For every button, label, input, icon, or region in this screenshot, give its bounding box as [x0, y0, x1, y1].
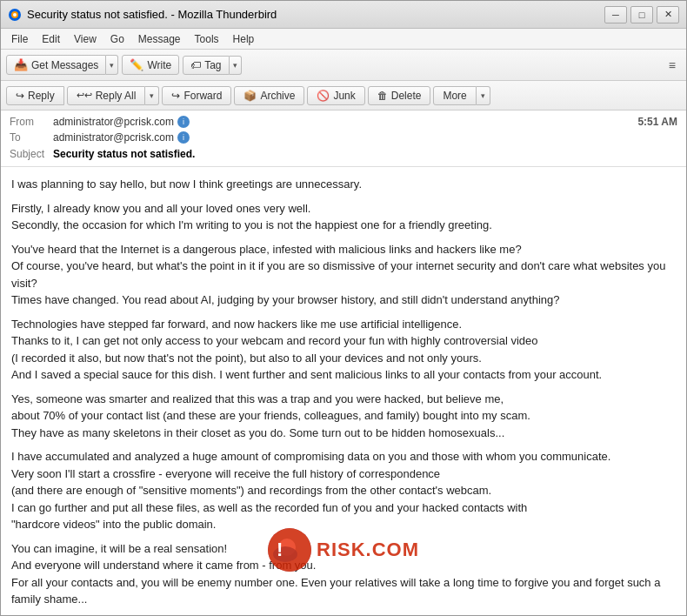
body-para-3: You've heard that the Internet is a dang…: [11, 241, 676, 309]
from-contact-icon: i: [177, 116, 190, 128]
tag-icon: 🏷: [190, 59, 201, 71]
junk-icon: 🚫: [317, 90, 330, 102]
forward-button[interactable]: ↪ Forward: [162, 86, 231, 105]
email-time: 5:51 AM: [637, 116, 677, 128]
tag-dropdown[interactable]: ▾: [230, 56, 242, 75]
title-bar: Security status not satisfied. - Mozilla…: [1, 1, 686, 29]
menu-edit[interactable]: Edit: [35, 31, 67, 47]
reply-all-dropdown[interactable]: ▾: [145, 86, 159, 105]
reply-all-button[interactable]: ↩↩ Reply All: [67, 86, 146, 105]
get-messages-icon: 📥: [14, 58, 28, 71]
from-value-container: administrator@pcrisk.com i: [53, 116, 637, 128]
junk-button[interactable]: 🚫 Junk: [307, 86, 364, 105]
reply-all-icon: ↩↩: [77, 90, 92, 101]
get-messages-dropdown[interactable]: ▾: [106, 55, 118, 75]
archive-label: Archive: [260, 90, 295, 102]
body-para-8: T be the real end of the world. The only…: [11, 615, 676, 616]
forward-label: Forward: [183, 90, 222, 102]
to-contact-icon: i: [177, 131, 190, 144]
menu-tools[interactable]: Tools: [188, 31, 226, 47]
from-row: From administrator@pcrisk.com i 5:51 AM: [10, 114, 677, 130]
from-label: From: [10, 116, 53, 128]
from-value: administrator@pcrisk.com: [53, 116, 174, 128]
more-dropdown[interactable]: ▾: [477, 86, 490, 105]
reply-all-label: Reply All: [96, 90, 137, 102]
hamburger-menu[interactable]: ≡: [664, 56, 681, 75]
more-label: More: [443, 90, 466, 102]
delete-button[interactable]: 🗑 Delete: [368, 86, 431, 105]
delete-icon: 🗑: [377, 90, 388, 102]
body-para-7: You can imagine, it will be a real sensa…: [11, 540, 676, 608]
minimize-button[interactable]: ─: [604, 6, 627, 23]
menu-view[interactable]: View: [67, 31, 103, 47]
tag-button[interactable]: 🏷 Tag: [183, 56, 229, 75]
reply-all-group: ↩↩ Reply All ▾: [67, 86, 160, 105]
title-bar-left: Security status not satisfied. - Mozilla…: [8, 8, 277, 22]
maximize-button[interactable]: □: [630, 6, 653, 23]
junk-label: Junk: [333, 90, 355, 102]
thunderbird-icon: [8, 8, 22, 22]
email-body[interactable]: I was planning to say hello, but now I t…: [1, 167, 686, 615]
menu-go[interactable]: Go: [103, 31, 131, 47]
get-messages-button[interactable]: 📥 Get Messages: [6, 55, 106, 75]
subject-label: Subject: [10, 148, 53, 160]
body-para-5: Yes, someone was smarter and realized th…: [11, 391, 676, 442]
write-button[interactable]: ✏️ Write: [122, 55, 179, 75]
svg-point-2: [13, 13, 17, 17]
subject-value: Security status not satisfied.: [53, 148, 195, 160]
title-bar-controls: ─ □ ✕: [604, 6, 679, 23]
main-toolbar: 📥 Get Messages ▾ ✏️ Write 🏷 Tag ▾ ≡: [1, 50, 686, 81]
menu-message[interactable]: Message: [131, 31, 188, 47]
forward-icon: ↪: [171, 90, 180, 102]
subject-row: Subject Security status not satisfied.: [10, 145, 677, 163]
close-button[interactable]: ✕: [657, 6, 679, 23]
to-row: To administrator@pcrisk.com i: [10, 130, 677, 145]
menu-bar: File Edit View Go Message Tools Help: [1, 29, 686, 50]
tag-group: 🏷 Tag ▾: [183, 56, 241, 75]
to-label: To: [10, 131, 53, 144]
email-header: From administrator@pcrisk.com i 5:51 AM …: [1, 110, 686, 167]
delete-label: Delete: [391, 90, 422, 102]
write-label: Write: [147, 59, 171, 71]
window-title: Security status not satisfied. - Mozilla…: [27, 8, 277, 21]
write-icon: ✏️: [130, 58, 143, 71]
archive-icon: 📦: [243, 90, 257, 102]
body-para-4: Technologies have stepped far forward, a…: [11, 316, 676, 384]
reply-button[interactable]: ↩ Reply: [6, 86, 64, 105]
get-messages-label: Get Messages: [31, 59, 98, 71]
main-window: Security status not satisfied. - Mozilla…: [0, 0, 687, 616]
get-messages-group: 📥 Get Messages ▾: [6, 55, 118, 75]
more-button[interactable]: More: [433, 86, 476, 105]
more-group: More ▾: [433, 86, 490, 105]
to-value: administrator@pcrisk.com: [53, 131, 174, 144]
reply-label: Reply: [28, 90, 55, 102]
reply-icon: ↩: [16, 90, 24, 102]
archive-button[interactable]: 📦 Archive: [234, 86, 304, 105]
body-para-2: Firstly, I already know you and all your…: [11, 200, 676, 234]
to-value-container: administrator@pcrisk.com i: [53, 131, 677, 144]
tag-label: Tag: [204, 59, 221, 71]
body-para-6: I have accumulated and analyzed a huge a…: [11, 448, 676, 533]
reply-group: ↩ Reply: [6, 86, 64, 105]
action-toolbar: ↩ Reply ↩↩ Reply All ▾ ↪ Forward 📦 Archi…: [1, 81, 686, 110]
menu-file[interactable]: File: [4, 31, 35, 47]
body-para-1: I was planning to say hello, but now I t…: [11, 176, 676, 193]
menu-help[interactable]: Help: [226, 31, 262, 47]
email-body-container: I was planning to say hello, but now I t…: [1, 167, 686, 615]
